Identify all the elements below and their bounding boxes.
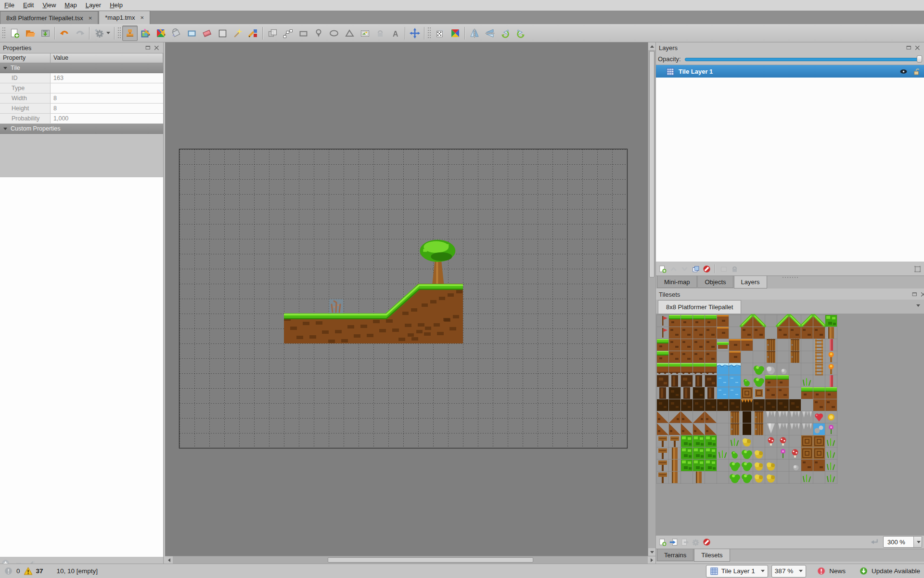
lock-layer-icon[interactable] (730, 264, 739, 274)
layer-offset-button[interactable] (407, 26, 423, 41)
save-file-button[interactable] (38, 26, 53, 41)
export-tileset-icon[interactable] (680, 538, 689, 547)
doc-tab[interactable]: *map1.tmx× (99, 11, 150, 24)
same-tile-select-button[interactable] (245, 26, 261, 41)
random-mode-button[interactable] (432, 26, 448, 41)
float-icon[interactable] (911, 291, 918, 298)
redo-button[interactable] (72, 26, 88, 41)
menu-layer[interactable]: Layer (81, 0, 106, 11)
magic-wand-button[interactable] (230, 26, 245, 41)
duplicate-layer-icon[interactable] (691, 264, 700, 274)
new-layer-icon[interactable] (658, 264, 667, 274)
undo-button[interactable] (57, 26, 72, 41)
select-objects-button[interactable] (265, 26, 280, 41)
tab-layers[interactable]: Layers (734, 276, 767, 289)
menu-edit[interactable]: Edit (19, 0, 38, 11)
lower-layer-icon[interactable] (680, 264, 689, 274)
insert-polygon-button[interactable] (342, 26, 357, 41)
hscroll-handle[interactable] (328, 557, 533, 563)
tileset-view[interactable] (656, 314, 924, 536)
remove-tileset-icon[interactable] (702, 538, 711, 547)
rotate-left-button[interactable] (498, 26, 513, 41)
close-icon[interactable] (914, 44, 921, 52)
insert-tile-button[interactable] (357, 26, 372, 41)
edit-polygons-button[interactable] (280, 26, 295, 41)
float-icon[interactable] (905, 44, 912, 52)
terrain-brush-button[interactable] (138, 26, 153, 41)
dock-splitter[interactable] (782, 276, 798, 278)
insert-template-button[interactable] (372, 26, 388, 41)
property-group-tile[interactable]: Tile (0, 63, 163, 73)
eye-icon[interactable] (899, 67, 908, 76)
property-row-height[interactable]: Height8 (0, 104, 163, 114)
tileset-zoom-combo[interactable]: 300 % (883, 536, 922, 548)
property-group-custom-properties[interactable]: Custom Properties (0, 124, 163, 134)
scroll-down-button[interactable] (648, 548, 656, 556)
menu-view[interactable]: View (38, 0, 60, 11)
shape-fill-button[interactable] (184, 26, 199, 41)
map-vertical-scrollbar[interactable] (648, 42, 655, 556)
zoom-combo[interactable]: 387 % (771, 565, 806, 578)
tileset-properties-icon[interactable] (691, 538, 700, 547)
news-label[interactable]: News (829, 567, 846, 575)
highlight-current-layer-icon[interactable] (913, 264, 922, 274)
current-layer-combo[interactable]: Tile Layer 1 (706, 565, 768, 578)
toolbar-grip[interactable] (117, 27, 121, 39)
vscroll-handle[interactable] (649, 51, 654, 277)
insert-text-button[interactable] (388, 26, 403, 41)
stamp-brush-button[interactable] (122, 26, 138, 41)
close-tab-icon[interactable]: × (88, 14, 93, 22)
news-icon[interactable] (817, 566, 826, 576)
tab-mini-map[interactable]: Mini-map (657, 276, 697, 288)
opacity-slider-handle[interactable] (917, 55, 922, 63)
map-canvas[interactable] (165, 42, 648, 556)
unlock-icon[interactable] (912, 67, 921, 76)
eraser-button[interactable] (199, 26, 215, 41)
bucket-fill-button[interactable] (168, 26, 184, 41)
menu-file[interactable]: File (0, 0, 19, 11)
insert-point-button[interactable] (311, 26, 326, 41)
float-icon[interactable] (144, 44, 152, 52)
doc-tab[interactable]: 8x8 Platformer Tilepallet.tsx× (0, 11, 98, 24)
zoom-dropdown-button[interactable] (913, 537, 922, 547)
update-icon[interactable] (859, 566, 868, 576)
execute-commands-button[interactable] (91, 26, 113, 41)
remove-layer-icon[interactable] (702, 264, 711, 274)
scroll-left-button[interactable] (165, 556, 173, 564)
property-row-type[interactable]: Type (0, 83, 163, 93)
tab-tilesets[interactable]: Tilesets (694, 549, 730, 562)
rectangular-select-button[interactable] (215, 26, 230, 41)
wang-brush-button[interactable] (153, 26, 168, 41)
raise-layer-icon[interactable] (669, 264, 678, 274)
property-row-probability[interactable]: Probability1,000 (0, 114, 163, 124)
insert-ellipse-button[interactable] (326, 26, 342, 41)
new-tileset-icon[interactable] (658, 538, 667, 547)
close-tab-icon[interactable]: × (139, 14, 145, 21)
opacity-slider-groove[interactable] (685, 58, 922, 61)
new-file-button[interactable] (7, 26, 22, 41)
toolbar-grip[interactable] (2, 27, 6, 39)
toolbar-grip[interactable] (427, 27, 431, 39)
scroll-up-button[interactable] (648, 42, 656, 50)
tileset-selector[interactable]: 8x8 Platformer Tilepallet (658, 300, 741, 314)
menu-map[interactable]: Map (60, 0, 81, 11)
tab-terrains[interactable]: Terrains (657, 549, 693, 561)
open-file-button[interactable] (22, 26, 38, 41)
tab-objects[interactable]: Objects (697, 276, 733, 288)
flip-vertical-button[interactable] (482, 26, 498, 41)
update-label[interactable]: Update Available (872, 567, 920, 575)
layer-row-tile-layer-1[interactable]: Tile Layer 1 (656, 65, 924, 78)
rotate-right-button[interactable] (513, 26, 528, 41)
close-icon[interactable] (153, 44, 160, 52)
merge-layer-icon[interactable] (719, 264, 728, 274)
revert-zoom-icon[interactable] (870, 538, 879, 547)
menu-help[interactable]: Help (105, 0, 127, 11)
close-icon[interactable] (920, 291, 924, 298)
opacity-slider[interactable] (685, 55, 922, 63)
chevron-down-icon[interactable] (916, 304, 920, 307)
stamp-presets-button[interactable] (448, 26, 463, 41)
insert-rectangle-button[interactable] (295, 26, 311, 41)
property-row-width[interactable]: Width8 (0, 93, 163, 104)
scroll-right-button[interactable] (648, 556, 655, 564)
flip-horizontal-button[interactable] (467, 26, 482, 41)
